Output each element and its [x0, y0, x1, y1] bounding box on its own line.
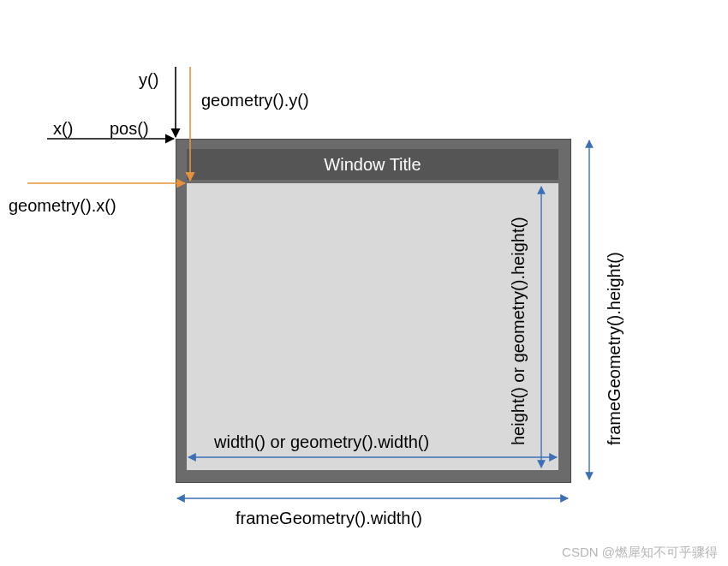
- label-y: y(): [139, 70, 158, 90]
- window-client-area: [187, 183, 558, 470]
- label-geometry-y: geometry().y(): [201, 91, 309, 110]
- window-title-bar: Window Title: [187, 149, 558, 180]
- label-geometry-x: geometry().x(): [9, 196, 116, 216]
- label-height: height() or geometry().height(): [509, 197, 528, 445]
- window-title-text: Window Title: [324, 155, 421, 175]
- watermark: CSDN @燃犀知不可乎骤得: [562, 545, 718, 561]
- label-frame-height: frameGeometry().height(): [605, 197, 624, 445]
- label-frame-width: frameGeometry().width(): [236, 509, 422, 528]
- label-x: x(): [53, 119, 73, 139]
- label-pos: pos(): [110, 119, 149, 139]
- label-width: width() or geometry().width(): [214, 432, 429, 452]
